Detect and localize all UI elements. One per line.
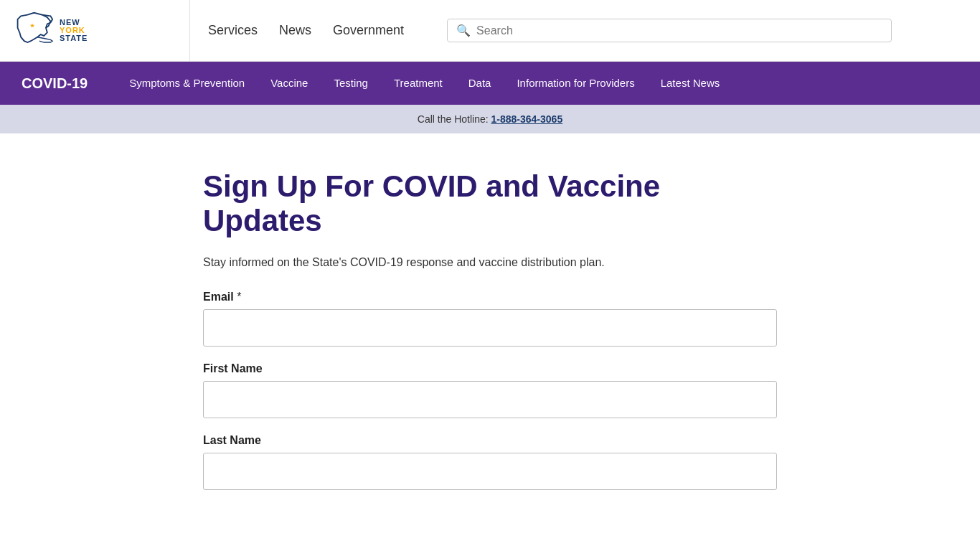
covid-navigation: COVID-19 Symptoms & Prevention Vaccine T… [0,62,980,105]
email-group: Email * [203,291,777,347]
top-nav-links: Services News Government 🔍 [190,19,966,42]
covid-nav-symptoms[interactable]: Symptoms & Prevention [116,62,258,105]
nys-text: NEW YORK STATE [60,19,88,42]
covid-nav-data[interactable]: Data [456,62,504,105]
page-subtitle: Stay informed on the State's COVID-19 re… [203,256,777,269]
search-icon: 🔍 [456,24,471,37]
hotline-text: Call the Hotline: [418,113,491,125]
lastname-group: Last Name [203,434,777,490]
firstname-group: First Name [203,362,777,418]
logo-area: NEW YORK STATE [14,0,190,61]
covid-nav-latestnews[interactable]: Latest News [648,62,733,105]
search-input[interactable] [476,24,882,37]
nys-logo[interactable]: NEW YORK STATE [14,9,88,52]
page-title: Sign Up For COVID and Vaccine Updates [203,169,777,238]
nav-link-news[interactable]: News [279,23,311,38]
hotline-bar: Call the Hotline: 1-888-364-3065 [0,105,980,133]
lastname-input[interactable] [203,453,777,490]
covid-nav-vaccine[interactable]: Vaccine [258,62,321,105]
search-area[interactable]: 🔍 [447,19,892,42]
covid-nav-treatment[interactable]: Treatment [381,62,456,105]
firstname-label: First Name [203,362,777,375]
svg-marker-0 [30,23,34,27]
email-input[interactable] [203,309,777,347]
covid-nav-testing[interactable]: Testing [321,62,381,105]
lastname-label: Last Name [203,434,777,447]
covid-nav-providers[interactable]: Information for Providers [504,62,647,105]
email-label: Email * [203,291,777,303]
main-content: Sign Up For COVID and Vaccine Updates St… [0,133,980,542]
signup-form: Email * First Name Last Name [203,291,980,490]
hotline-number[interactable]: 1-888-364-3065 [491,113,563,125]
nys-map-icon [14,9,54,52]
covid-logo: COVID-19 [22,75,88,92]
covid-nav-items: Symptoms & Prevention Vaccine Testing Tr… [116,62,732,105]
nav-link-government[interactable]: Government [333,23,404,38]
top-navigation: NEW YORK STATE Services News Government … [0,0,980,62]
email-required: * [237,291,241,303]
firstname-input[interactable] [203,381,777,418]
nav-link-services[interactable]: Services [208,23,258,38]
